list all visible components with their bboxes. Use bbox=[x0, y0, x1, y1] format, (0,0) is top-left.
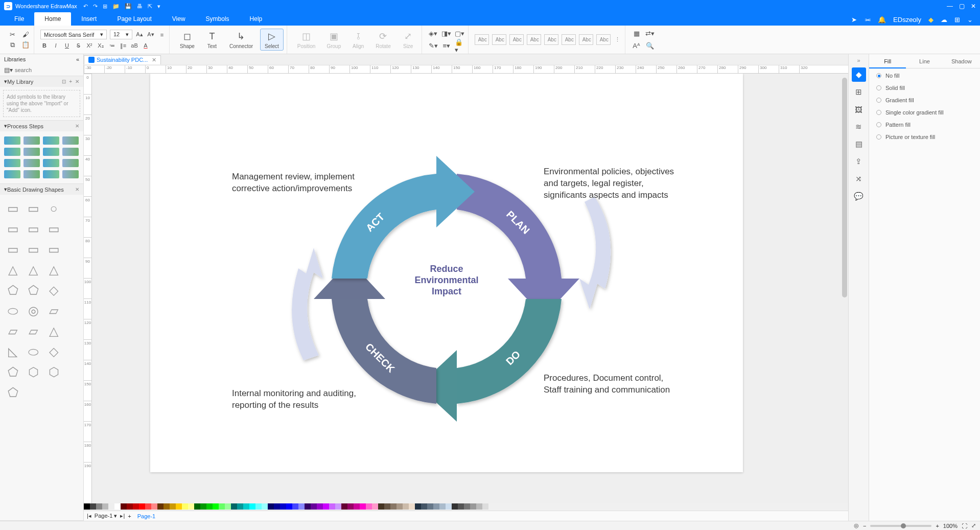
process-shape[interactable] bbox=[4, 136, 20, 145]
color-swatch[interactable] bbox=[268, 503, 274, 510]
color-swatch[interactable] bbox=[341, 503, 347, 510]
send-icon[interactable]: ➤ bbox=[851, 16, 857, 24]
line-style-icon[interactable]: ≡▾ bbox=[441, 41, 452, 51]
basic-shape[interactable]: ▱ bbox=[25, 322, 42, 340]
snap-icon[interactable]: ▦ bbox=[632, 29, 642, 39]
basic-shape[interactable]: ▭ bbox=[25, 241, 42, 258]
zoom-out-icon[interactable]: − bbox=[863, 523, 866, 529]
basic-shape[interactable]: ▱ bbox=[45, 302, 62, 319]
color-swatch[interactable] bbox=[194, 503, 200, 510]
basic-shape[interactable]: △ bbox=[45, 261, 62, 279]
process-shape[interactable] bbox=[62, 148, 79, 156]
color-swatch[interactable] bbox=[482, 503, 488, 510]
basic-shape[interactable]: ⬭ bbox=[4, 302, 21, 319]
process-shape[interactable] bbox=[62, 159, 79, 167]
tab-close-icon[interactable]: ✕ bbox=[152, 57, 156, 63]
style-8[interactable]: Abc bbox=[596, 34, 611, 45]
fullscreen-icon[interactable]: ⤢ bbox=[971, 522, 976, 529]
underline-icon[interactable]: U bbox=[63, 41, 71, 50]
menu-symbols[interactable]: Symbols bbox=[196, 12, 240, 26]
basic-shape[interactable]: ○ bbox=[45, 200, 62, 217]
basic-shape[interactable]: ▭ bbox=[25, 220, 42, 238]
color-swatch[interactable] bbox=[366, 503, 372, 510]
share-icon[interactable]: ⫘ bbox=[864, 16, 871, 24]
basic-shape[interactable]: ◇ bbox=[45, 282, 62, 299]
basic-shape[interactable]: △ bbox=[25, 261, 42, 279]
basic-shape[interactable]: ⬠ bbox=[25, 282, 42, 299]
page[interactable]: PLAN DO CHECK ACT Reduce Environmental I… bbox=[150, 74, 743, 472]
page-tab[interactable]: Page-1 bbox=[134, 513, 158, 519]
process-shape[interactable] bbox=[43, 159, 59, 167]
open-icon[interactable]: 📁 bbox=[112, 3, 120, 10]
basic-shape[interactable]: ▭ bbox=[45, 220, 62, 238]
print-icon[interactable]: 🖶 bbox=[137, 3, 143, 10]
color-swatch[interactable] bbox=[403, 503, 409, 510]
color-swatch[interactable] bbox=[164, 503, 170, 510]
color-swatch[interactable] bbox=[354, 503, 360, 510]
color-swatch[interactable] bbox=[102, 503, 108, 510]
style-4[interactable]: Abc bbox=[527, 34, 541, 45]
color-swatch[interactable] bbox=[262, 503, 268, 510]
color-swatch[interactable] bbox=[298, 503, 305, 510]
collapse-icon[interactable]: « bbox=[76, 56, 79, 62]
basic-shape[interactable]: ▱ bbox=[4, 322, 21, 340]
basic-shape[interactable]: ▭ bbox=[4, 220, 21, 238]
zoom-slider[interactable] bbox=[870, 525, 931, 527]
basic-shape[interactable]: ▭ bbox=[4, 241, 21, 258]
minimize-icon[interactable]: — bbox=[947, 3, 953, 10]
basic-shape[interactable]: △ bbox=[45, 322, 62, 340]
basic-shape[interactable]: ⬠ bbox=[4, 282, 21, 299]
style-5[interactable]: Abc bbox=[544, 34, 558, 45]
add-icon[interactable]: + bbox=[69, 79, 72, 84]
process-shape[interactable] bbox=[62, 170, 79, 178]
subscript-icon[interactable]: X₂ bbox=[97, 41, 105, 50]
undo-icon[interactable]: ↶ bbox=[83, 3, 88, 10]
style-more-icon[interactable]: ⋮ bbox=[614, 36, 622, 44]
color-swatch[interactable] bbox=[237, 503, 243, 510]
color-swatch[interactable] bbox=[157, 503, 164, 510]
paste-icon[interactable]: 📋 bbox=[20, 40, 31, 50]
color-swatch[interactable] bbox=[360, 503, 366, 510]
color-swatch[interactable] bbox=[323, 503, 329, 510]
basic-shape[interactable]: ⬠ bbox=[4, 384, 21, 401]
color-swatch[interactable] bbox=[219, 503, 225, 510]
align-icon[interactable]: ≡ bbox=[158, 31, 166, 39]
basic-shapes-label[interactable]: Basic Drawing Shapes bbox=[7, 187, 64, 193]
radio-solid-fill[interactable]: Solid fill bbox=[876, 85, 973, 91]
color-swatch[interactable] bbox=[243, 503, 249, 510]
tab-shadow[interactable]: Shadow bbox=[943, 54, 980, 68]
style-3[interactable]: Abc bbox=[509, 34, 524, 45]
tab-line[interactable]: Line bbox=[906, 54, 943, 68]
strike-icon[interactable]: S̶ bbox=[74, 41, 82, 50]
page-add-icon[interactable]: + bbox=[128, 513, 131, 519]
bold-icon[interactable]: B bbox=[40, 41, 49, 50]
redo-icon[interactable]: ↷ bbox=[93, 3, 98, 10]
zoom-in-icon[interactable]: + bbox=[936, 523, 939, 529]
italic-icon[interactable]: I bbox=[52, 41, 60, 50]
basic-shape[interactable]: ⬡ bbox=[45, 363, 62, 381]
color-swatch[interactable] bbox=[433, 503, 439, 510]
style-7[interactable]: Abc bbox=[579, 34, 593, 45]
process-shape[interactable] bbox=[62, 136, 79, 145]
library-menu-icon[interactable]: ▤▾ bbox=[4, 66, 13, 74]
target-icon[interactable]: ◎ bbox=[854, 522, 859, 529]
group-button[interactable]: ▣Group bbox=[322, 29, 345, 50]
process-shape[interactable] bbox=[43, 136, 59, 145]
superscript-icon[interactable]: X² bbox=[85, 41, 94, 50]
zoom-value[interactable]: 100% bbox=[943, 523, 958, 529]
color-swatch[interactable] bbox=[231, 503, 237, 510]
mylibrary-label[interactable]: My Library bbox=[7, 79, 33, 85]
shadow-icon[interactable]: ◨▾ bbox=[441, 29, 452, 39]
format-painter-icon[interactable]: 🖌 bbox=[20, 30, 31, 40]
theme-icon[interactable]: ⊞ bbox=[852, 85, 866, 99]
color-swatch[interactable] bbox=[114, 503, 121, 510]
basic-shape[interactable]: △ bbox=[4, 261, 21, 279]
menu-home[interactable]: Home bbox=[34, 12, 71, 26]
page-props-icon[interactable]: ▤ bbox=[852, 137, 866, 151]
style-6[interactable]: Abc bbox=[562, 34, 576, 45]
style-1[interactable]: Abc bbox=[475, 34, 489, 45]
align-button[interactable]: ⫱Align bbox=[348, 29, 368, 50]
help-caret-icon[interactable]: ⌄ bbox=[967, 16, 973, 24]
radio-picture-fill[interactable]: Picture or texture fill bbox=[876, 134, 973, 140]
basic-shape[interactable]: ▭ bbox=[45, 241, 62, 258]
